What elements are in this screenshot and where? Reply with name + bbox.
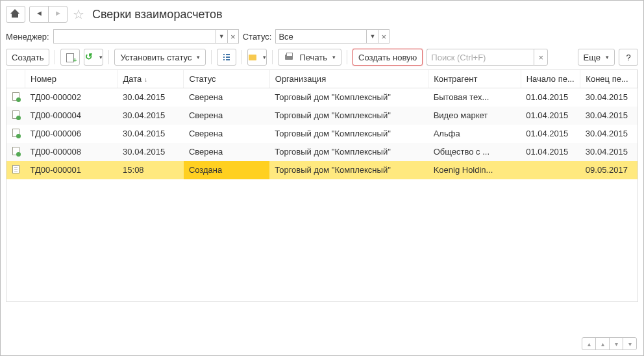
create-new-button[interactable]: Создать новую — [353, 49, 423, 66]
row-number: ТД00-000002 — [25, 88, 118, 107]
row-period-end: 09.05.2017 — [580, 161, 638, 179]
row-number: ТД00-000001 — [25, 161, 118, 179]
scroll-down-button[interactable]: ▾ — [609, 337, 623, 350]
scroll-up-button[interactable]: ▴ — [595, 337, 610, 350]
row-number: ТД00-000008 — [25, 143, 118, 161]
grid-table: Номер Дата↓ Статус Организация Контраген… — [6, 70, 638, 179]
search-clear-button[interactable]: × — [534, 49, 548, 66]
help-label: ? — [626, 53, 630, 62]
row-icon-cell — [6, 143, 25, 161]
list-view-button[interactable] — [217, 49, 236, 66]
manager-field: ▼ × — [53, 29, 239, 44]
table-row[interactable]: ТД00-00000430.04.2015СверенаТорговый дом… — [6, 107, 638, 125]
separator — [108, 50, 109, 64]
row-date: 30.04.2015 — [118, 107, 184, 125]
col-icon[interactable] — [6, 70, 25, 88]
search-input[interactable] — [427, 49, 534, 66]
row-period-end: 30.04.2015 — [580, 107, 638, 125]
col-status[interactable]: Статус — [184, 70, 269, 88]
more-button[interactable]: Еще▾ — [578, 49, 615, 66]
row-date: 15:08 — [118, 161, 184, 179]
arrow-right-icon — [53, 9, 63, 19]
topbar: ☆ Сверки взаиморасчетов — [6, 6, 638, 23]
document-status-icon — [12, 165, 19, 173]
status-clear-button[interactable]: × — [378, 29, 390, 44]
row-status: Сверена — [184, 125, 269, 143]
nav-group — [29, 6, 68, 23]
set-status-label: Установить статус — [120, 53, 192, 62]
create-label: Создать — [12, 53, 43, 62]
status-field: Все ▼ × — [275, 29, 390, 44]
row-icon-cell — [6, 88, 25, 107]
back-button[interactable] — [29, 6, 49, 23]
document-status-icon — [12, 92, 19, 101]
col-number[interactable]: Номер — [25, 70, 118, 88]
page-title: Сверки взаиморасчетов — [92, 8, 223, 21]
folder-button[interactable]: ▾ — [247, 49, 267, 66]
favorite-star-icon[interactable]: ☆ — [73, 6, 84, 22]
table-row[interactable]: ТД00-00000230.04.2015СверенаТорговый дом… — [6, 88, 638, 107]
row-organization: Торговый дом "Комплексный" — [269, 161, 428, 179]
create-new-label: Создать новую — [358, 53, 417, 62]
row-period-end: 30.04.2015 — [580, 125, 638, 143]
refresh-icon — [84, 52, 94, 62]
row-counterparty: Бытовая тех... — [428, 88, 521, 107]
row-date: 30.04.2015 — [118, 88, 184, 107]
separator — [242, 50, 242, 64]
create-button[interactable]: Создать — [6, 49, 49, 66]
row-period-start: 01.04.2015 — [521, 107, 580, 125]
manager-input[interactable] — [53, 29, 216, 44]
print-label: Печать — [299, 53, 327, 62]
row-number: ТД00-000006 — [25, 125, 118, 143]
manager-label: Менеджер: — [6, 32, 49, 42]
scroll-bottom-button[interactable]: ▾ — [623, 337, 637, 350]
col-organization[interactable]: Организация — [269, 70, 428, 88]
document-status-icon — [12, 129, 19, 137]
chevron-down-icon: ▼ — [219, 33, 225, 40]
copy-new-icon — [65, 52, 75, 62]
col-counterparty[interactable]: Контрагент — [428, 70, 521, 88]
manager-dropdown-button[interactable]: ▼ — [216, 29, 227, 44]
status-dropdown-button[interactable]: ▼ — [366, 29, 378, 44]
filter-bar: Менеджер: ▼ × Статус: Все ▼ × — [6, 29, 638, 44]
separator — [272, 50, 273, 64]
table-row[interactable]: ТД00-00000830.04.2015СверенаТорговый дом… — [6, 143, 638, 161]
home-button[interactable] — [6, 6, 25, 23]
col-period-start[interactable]: Начало пе... — [521, 70, 580, 88]
scroll-top-button[interactable]: ▴ — [582, 337, 596, 350]
print-button[interactable]: Печать▾ — [278, 49, 341, 66]
set-status-button[interactable]: Установить статус▾ — [114, 49, 206, 66]
separator — [211, 50, 212, 64]
col-date[interactable]: Дата↓ — [118, 70, 184, 88]
forward-button[interactable] — [48, 6, 68, 23]
row-period-end: 30.04.2015 — [580, 88, 638, 107]
table-row[interactable]: ТД00-00000630.04.2015СверенаТорговый дом… — [6, 125, 638, 143]
row-period-start: 01.04.2015 — [521, 125, 580, 143]
manager-clear-button[interactable]: × — [227, 29, 239, 44]
row-number: ТД00-000004 — [25, 107, 118, 125]
row-status: Сверена — [184, 107, 269, 125]
row-organization: Торговый дом "Комплексный" — [269, 125, 428, 143]
row-icon-cell — [6, 161, 25, 179]
table-row[interactable]: ТД00-00000115:08СозданаТорговый дом "Ком… — [6, 161, 638, 179]
help-button[interactable]: ? — [619, 49, 638, 66]
status-select[interactable]: Все — [275, 29, 366, 44]
list-icon — [221, 52, 232, 62]
row-icon-cell — [6, 125, 25, 143]
row-period-start: 01.04.2015 — [521, 143, 580, 161]
row-counterparty: Общество с ... — [428, 143, 521, 161]
row-date: 30.04.2015 — [118, 125, 184, 143]
row-period-start: 01.04.2015 — [521, 88, 580, 107]
row-counterparty: Видео маркет — [428, 107, 521, 125]
col-period-end[interactable]: Конец пе... — [580, 70, 638, 88]
copy-new-button[interactable] — [60, 49, 80, 66]
refresh-button[interactable]: ▾ — [84, 49, 103, 66]
row-counterparty: Koenig Holdin... — [428, 161, 521, 179]
data-grid: Номер Дата↓ Статус Организация Контраген… — [6, 70, 638, 302]
toolbar: Создать ▾ Установить статус▾ ▾ Печать▾ С… — [6, 49, 638, 66]
chevron-down-icon: ▾ — [99, 54, 103, 60]
print-icon — [284, 52, 294, 62]
row-icon-cell — [6, 107, 25, 125]
row-organization: Торговый дом "Комплексный" — [269, 143, 428, 161]
app-window: ☆ Сверки взаиморасчетов Менеджер: ▼ × Ст… — [0, 0, 644, 356]
